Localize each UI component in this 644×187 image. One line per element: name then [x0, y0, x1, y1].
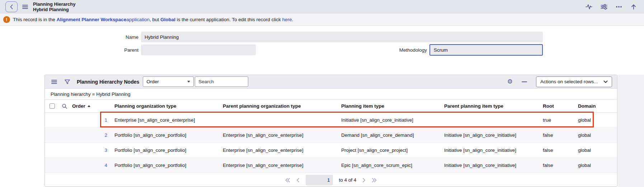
arrow-up-icon[interactable]: [630, 4, 637, 10]
record-name-title: Hybrid Planning: [33, 7, 75, 12]
application-link[interactable]: Alignment Planner Workspace: [57, 17, 127, 22]
cell-parent-planning-item-type: Initiative [sn_align_core_initiative]: [441, 163, 540, 168]
cell-domain: global: [575, 163, 617, 168]
select-caret-icon: [187, 81, 190, 83]
row-number-link[interactable]: 3: [70, 148, 112, 153]
search-icon[interactable]: [62, 103, 67, 109]
column-header-planning-item-type[interactable]: Planning item type: [338, 103, 441, 109]
cell-domain: global: [575, 148, 617, 153]
name-label: Name: [85, 34, 138, 40]
filter-breadcrumb[interactable]: Planning hierarchy = Hybrid Planning: [45, 89, 617, 100]
table-body: 1 Enterprise [sn_align_core_enterprise] …: [45, 113, 617, 173]
personalize-sliders-icon[interactable]: [601, 4, 607, 10]
cell-parent-planning-organization-type: Enterprise [sn_align_core_enterprise]: [220, 132, 338, 138]
gear-icon[interactable]: ⚙: [507, 79, 513, 85]
cell-parent-planning-item-type: Initiative [sn_align_core_initiative]: [441, 148, 540, 153]
row-number-link[interactable]: 4: [70, 163, 112, 168]
application-link-suffix[interactable]: application: [126, 17, 150, 22]
list-search-input[interactable]: [195, 79, 248, 84]
list-menu-icon[interactable]: [51, 80, 57, 84]
back-button[interactable]: [5, 1, 18, 12]
alert-icon: !: [3, 16, 10, 23]
actions-select-value: Actions on selected rows...: [540, 79, 598, 84]
cell-planning-organization-type: Portfolio [sn_align_core_portfolio]: [112, 132, 220, 138]
column-search-cell: [59, 103, 70, 109]
cell-root: false: [540, 163, 575, 168]
parent-field[interactable]: [141, 45, 256, 55]
scope-link[interactable]: Global: [160, 17, 175, 22]
cell-root: false: [540, 132, 575, 138]
list-toolbar: Planning Hierarchy Nodes Order ⚙ Actions…: [45, 75, 617, 89]
cell-planning-item-type: Demand [sn_align_core_demand]: [338, 132, 441, 138]
chevron-left-icon: [9, 4, 14, 10]
banner-text: This record is in the: [13, 17, 57, 22]
actions-select[interactable]: Actions on selected rows...: [536, 76, 612, 87]
next-page-icon[interactable]: [362, 178, 366, 183]
activity-stream-icon[interactable]: [586, 4, 592, 10]
search-column-select[interactable]: Order: [143, 76, 194, 87]
select-all-checkbox[interactable]: [50, 103, 55, 109]
row-number-link[interactable]: 2: [70, 132, 112, 138]
cell-planning-organization-type: Portfolio [sn_align_core_portfolio]: [112, 163, 220, 168]
cell-root: true: [540, 117, 575, 123]
table-row[interactable]: 3 Portfolio [sn_align_core_portfolio] En…: [45, 143, 617, 158]
column-header-planning-organization-type[interactable]: Planning organization type: [112, 103, 220, 109]
edit-here-link[interactable]: here: [282, 17, 292, 22]
cell-planning-organization-type: Enterprise [sn_align_core_enterprise]: [112, 117, 220, 123]
collapse-minus-icon[interactable]: [522, 81, 527, 83]
parent-label: Parent: [85, 47, 138, 53]
search-column-value: Order: [146, 79, 159, 84]
pagination-bar: 1 to 4 of 4: [45, 173, 617, 187]
methodology-label: Methodology: [373, 47, 427, 53]
first-page-icon[interactable]: [285, 178, 290, 183]
filter-funnel-icon[interactable]: [64, 79, 70, 85]
column-header-parent-planning-item-type[interactable]: Parent planning item type: [441, 103, 540, 109]
chevron-down-icon: [603, 80, 608, 83]
list-search-box: [195, 76, 248, 87]
cell-planning-organization-type: Portfolio [sn_align_core_portfolio]: [112, 148, 220, 153]
cell-root: false: [540, 148, 575, 153]
cell-parent-planning-organization-type: Enterprise [sn_align_core_enterprise]: [220, 148, 338, 153]
cell-planning-item-type: Epic [sn_align_core_scrum_epic]: [338, 163, 441, 168]
page-title: Planning Hierarchy Hybrid Planning: [33, 1, 75, 12]
column-header-order[interactable]: Order: [70, 103, 112, 109]
row-number-link[interactable]: 1: [70, 117, 112, 123]
cell-domain: global: [575, 132, 617, 138]
last-page-icon[interactable]: [372, 178, 377, 183]
name-field[interactable]: Hybrid Planning: [141, 32, 543, 42]
cross-scope-banner: ! This record is in the Alignment Planne…: [0, 14, 644, 26]
cell-parent-planning-organization-type: Enterprise [sn_align_core_enterprise]: [220, 163, 338, 168]
pagination-range-text: to 4 of 4: [339, 177, 357, 183]
cell-parent-planning-item-type: Initiative [sn_align_core_initiative]: [441, 132, 540, 138]
column-header-root[interactable]: Root: [540, 103, 575, 109]
column-header-domain[interactable]: Domain: [575, 103, 617, 109]
table-header-row: Order Planning organization type Parent …: [45, 100, 617, 113]
cell-planning-item-type: Project [sn_align_core_project]: [338, 148, 441, 153]
record-type-title: Planning Hierarchy: [33, 1, 75, 7]
table-row[interactable]: 1 Enterprise [sn_align_core_enterprise] …: [45, 113, 617, 128]
more-options-icon[interactable]: [616, 6, 622, 8]
filter-breadcrumb-text: Planning hierarchy = Hybrid Planning: [51, 92, 131, 97]
cell-planning-item-type: Initiative [sn_align_core_initiative]: [338, 117, 441, 123]
table-row[interactable]: 2 Portfolio [sn_align_core_portfolio] En…: [45, 128, 617, 143]
page-background-strip: [618, 75, 644, 187]
current-page-input[interactable]: 1: [306, 175, 333, 185]
planning-hierarchy-nodes-list: Planning Hierarchy Nodes Order ⚙ Actions…: [44, 75, 617, 187]
cell-domain: global: [575, 117, 617, 123]
select-all-cell: [45, 103, 59, 109]
column-header-parent-planning-organization-type[interactable]: Parent planning organization type: [220, 103, 338, 109]
list-title: Planning Hierarchy Nodes: [77, 79, 139, 85]
table-row[interactable]: 4 Portfolio [sn_align_core_portfolio] En…: [45, 158, 617, 173]
previous-page-icon[interactable]: [296, 178, 300, 183]
top-bar: Planning Hierarchy Hybrid Planning: [0, 0, 644, 14]
hamburger-menu-icon[interactable]: [22, 5, 28, 9]
methodology-field[interactable]: Scrum: [429, 44, 543, 56]
sort-ascending-icon: [88, 105, 90, 107]
